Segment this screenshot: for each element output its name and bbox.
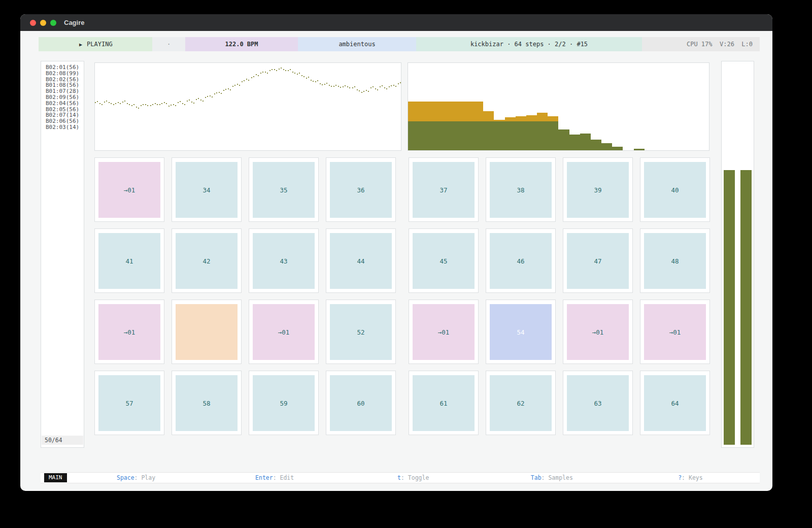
pad[interactable]: →01 <box>563 300 633 364</box>
zoom-window-icon[interactable] <box>50 20 56 26</box>
waveform-dot <box>377 89 378 90</box>
pad[interactable]: 58 <box>172 371 242 435</box>
app-window: Cagire ▶ PLAYING · 122.0 BPM ambientous … <box>20 14 772 491</box>
pad[interactable]: →01 <box>640 300 710 364</box>
histogram-overlay-segment <box>516 116 526 121</box>
pad[interactable]: 61 <box>409 371 479 435</box>
waveform-dot <box>210 95 211 96</box>
histogram-bar <box>408 63 419 150</box>
histogram-overlay-segment <box>462 102 472 122</box>
pad[interactable]: 37 <box>409 157 479 222</box>
pad[interactable]: 54 <box>486 300 556 364</box>
waveform-dot <box>111 103 112 104</box>
waveform-chart[interactable] <box>94 62 401 151</box>
histogram-chart[interactable] <box>408 62 709 151</box>
patch-name[interactable]: ambientous <box>298 37 416 51</box>
pad[interactable]: →01 <box>249 300 319 364</box>
pad[interactable]: 64 <box>640 371 710 435</box>
pad-label: →01 <box>413 304 475 360</box>
waveform-dot <box>180 101 181 102</box>
waveform-dot <box>343 86 344 87</box>
waveform-dot <box>389 86 390 87</box>
level-meter-right <box>740 170 752 445</box>
pad[interactable]: 48 <box>640 228 710 293</box>
pad[interactable]: 35 <box>249 157 319 222</box>
waveform-dot <box>248 80 249 81</box>
histogram-overlay-segment <box>472 102 483 122</box>
histogram-base-segment <box>494 121 504 150</box>
waveform-dot <box>279 69 280 70</box>
waveform-dot <box>281 68 282 69</box>
waveform-dot <box>386 88 387 89</box>
waveform-dot <box>395 86 396 87</box>
histogram-bar <box>612 63 623 150</box>
waveform-dot <box>373 86 374 87</box>
sample-list-item[interactable]: B02:04(56) <box>41 101 84 107</box>
pad[interactable]: 47 <box>563 228 633 293</box>
waveform-dot <box>193 103 194 104</box>
pad[interactable]: →01 <box>409 300 479 364</box>
sample-list-item[interactable]: B02:08(99) <box>41 71 84 77</box>
histogram-bar <box>494 63 504 150</box>
pad[interactable]: 41 <box>94 228 164 293</box>
shortcut-label: : Edit <box>273 474 294 481</box>
histogram-bar <box>483 63 494 150</box>
pad[interactable]: 62 <box>486 371 556 435</box>
pad-label <box>176 304 238 360</box>
pad[interactable]: 34 <box>172 157 242 222</box>
pad-label: 58 <box>176 375 238 431</box>
pad[interactable]: 59 <box>249 371 319 435</box>
pad[interactable]: 45 <box>409 228 479 293</box>
pad[interactable]: 57 <box>94 371 164 435</box>
pad[interactable]: →01 <box>94 157 164 222</box>
level-meter-panel <box>721 61 754 448</box>
minimize-window-icon[interactable] <box>40 20 46 26</box>
pad[interactable]: 36 <box>326 157 396 222</box>
pad[interactable]: 44 <box>326 228 396 293</box>
pad-label: 36 <box>330 162 392 218</box>
waveform-dot <box>99 103 100 104</box>
pad-label: →01 <box>253 304 315 360</box>
waveform-dot <box>113 104 114 105</box>
waveform-dot <box>297 74 298 75</box>
waveform-dot <box>189 100 190 101</box>
pad[interactable]: 43 <box>249 228 319 293</box>
waveform-dot <box>221 93 222 94</box>
kit-info[interactable]: kickbizar · 64 steps · 2/2 · #15 <box>416 37 642 51</box>
histogram-base-segment <box>601 143 612 150</box>
waveform-dot <box>368 91 369 92</box>
waveform-dot <box>219 92 220 93</box>
waveform-dot <box>228 88 229 89</box>
histogram-base-segment <box>558 129 569 150</box>
waveform-dot <box>308 77 309 78</box>
pad[interactable]: 52 <box>326 300 396 364</box>
histogram-bar <box>462 63 472 150</box>
pad[interactable]: 38 <box>486 157 556 222</box>
pad[interactable]: 46 <box>486 228 556 293</box>
pad[interactable]: 60 <box>326 371 396 435</box>
shortcut-label: : Keys <box>682 474 703 481</box>
waveform-dot <box>143 104 144 105</box>
pad[interactable]: 63 <box>563 371 633 435</box>
pad[interactable]: 40 <box>640 157 710 222</box>
pad-label: 63 <box>567 375 629 431</box>
pad-label: 54 <box>490 304 552 360</box>
sample-list-item[interactable]: B02:03(14) <box>41 124 84 130</box>
waveform-dot <box>122 102 123 103</box>
waveform-dot <box>258 75 259 76</box>
pad[interactable]: 42 <box>172 228 242 293</box>
transport-status[interactable]: ▶ PLAYING <box>39 37 152 51</box>
pad[interactable]: →01 <box>94 300 164 364</box>
close-window-icon[interactable] <box>30 20 36 26</box>
pad[interactable] <box>172 300 242 364</box>
sample-list-item[interactable]: B02:09(56) <box>41 94 84 101</box>
pad-label: 43 <box>253 233 315 289</box>
pad-label: 35 <box>253 162 315 218</box>
waveform-dot <box>276 70 277 71</box>
pad[interactable]: 39 <box>563 157 633 222</box>
histogram-bar <box>429 63 440 150</box>
waveform-dot <box>124 101 125 102</box>
histogram-bar <box>666 63 676 150</box>
bpm-display[interactable]: 122.0 BPM <box>185 37 298 51</box>
shortcut-key: Tab <box>531 474 542 481</box>
